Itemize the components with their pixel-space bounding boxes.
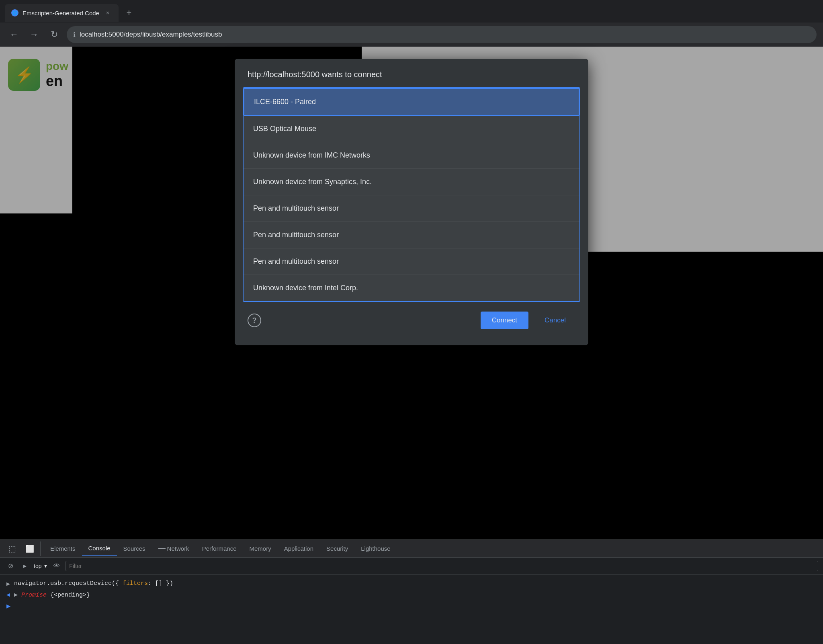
devtools-tab-bar: ⬚ ⬜ Elements Console Sources Network Per…: [0, 540, 823, 558]
help-icon[interactable]: ?: [248, 314, 261, 327]
device-item-label: Unknown device from Intel Corp.: [253, 284, 358, 292]
tab-console[interactable]: Console: [82, 541, 117, 556]
dialog-footer: ? Connect Cancel: [235, 302, 588, 329]
device-item-label: Pen and multitouch sensor: [253, 257, 339, 265]
back-button[interactable]: ←: [6, 27, 22, 42]
page-content: ⚡ pow en http://localhost:5000 wants to …: [0, 47, 823, 539]
filter-toggle-button[interactable]: ▸: [19, 560, 31, 572]
tab-favicon: 🌐: [11, 9, 18, 16]
tab-title: Emscripten-Generated Code: [23, 10, 99, 16]
device-list: ILCE-6600 - Paired USB Optical Mouse Unk…: [243, 87, 580, 302]
dialog-title: http://localhost:5000 wants to connect: [235, 59, 588, 87]
device-item[interactable]: Pen and multitouch sensor: [244, 248, 579, 275]
address-bar[interactable]: ℹ localhost:5000/deps/libusb/examples/te…: [67, 26, 817, 43]
tab-bar: 🌐 Emscripten-Generated Code × +: [0, 0, 823, 23]
device-item-label: Unknown device from IMC Networks: [253, 151, 370, 159]
device-item[interactable]: USB Optical Mouse: [244, 116, 579, 142]
chevron-down-icon: ▼: [43, 563, 48, 569]
inspect-element-button[interactable]: ⬚: [5, 541, 19, 556]
tab-sources[interactable]: Sources: [117, 542, 152, 555]
tab-performance[interactable]: Performance: [196, 542, 243, 555]
console-cursor-line[interactable]: ▶: [6, 600, 817, 612]
address-text: localhost:5000/deps/libusb/examples/test…: [80, 31, 222, 39]
eye-button[interactable]: 👁: [51, 560, 62, 572]
device-item[interactable]: Unknown device from IMC Networks: [244, 142, 579, 169]
device-item[interactable]: Pen and multitouch sensor: [244, 195, 579, 222]
device-item-label: Pen and multitouch sensor: [253, 204, 339, 212]
devtools-panel: ⬚ ⬜ Elements Console Sources Network Per…: [0, 539, 823, 644]
context-select[interactable]: top ▼: [34, 563, 48, 569]
tab-lighthouse[interactable]: Lighthouse: [354, 542, 397, 555]
device-item[interactable]: Unknown device from Synaptics, Inc.: [244, 169, 579, 195]
device-item-label: Pen and multitouch sensor: [253, 231, 339, 239]
device-item-label: USB Optical Mouse: [253, 125, 316, 133]
console-left-arrow: ◀: [6, 591, 10, 599]
dialog-overlay: http://localhost:5000 wants to connect I…: [0, 47, 823, 539]
device-toolbar-button[interactable]: ⬜: [23, 541, 37, 556]
address-info-icon: ℹ: [73, 31, 76, 39]
device-item-label: Unknown device from Synaptics, Inc.: [253, 178, 372, 186]
new-tab-button[interactable]: +: [122, 6, 136, 20]
forward-button[interactable]: →: [27, 27, 42, 42]
devtools-toolbar: ⊘ ▸ top ▼ 👁: [0, 558, 823, 574]
browser-tab[interactable]: 🌐 Emscripten-Generated Code ×: [5, 4, 119, 22]
nav-bar: ← → ↻ ℹ localhost:5000/deps/libusb/examp…: [0, 23, 823, 47]
tab-elements[interactable]: Elements: [44, 542, 82, 555]
dialog-actions: Connect Cancel: [481, 312, 575, 329]
device-item[interactable]: ILCE-6600 - Paired: [244, 88, 579, 116]
clear-console-button[interactable]: ⊘: [5, 560, 16, 572]
device-item[interactable]: Unknown device from Intel Corp.: [244, 275, 579, 301]
context-label: top: [34, 563, 41, 569]
tab-close-button[interactable]: ×: [103, 8, 112, 17]
devtools-console: ▶ navigator.usb.requestDevice({ filters:…: [0, 574, 823, 616]
console-input-line: ▶ navigator.usb.requestDevice({ filters:…: [6, 578, 817, 589]
console-cursor: ▶: [6, 602, 10, 610]
cancel-button[interactable]: Cancel: [535, 312, 575, 329]
device-item[interactable]: Pen and multitouch sensor: [244, 222, 579, 248]
tab-security[interactable]: Security: [320, 542, 354, 555]
console-output-line: ◀ ▶ Promise {<pending>}: [6, 589, 817, 600]
device-item-label: ILCE-6600 - Paired: [254, 98, 316, 106]
connect-button[interactable]: Connect: [481, 312, 528, 329]
tab-network[interactable]: Network: [152, 542, 196, 555]
console-right-arrow: ▶: [6, 580, 10, 588]
browser-chrome: 🌐 Emscripten-Generated Code × + ← → ↻ ℹ …: [0, 0, 823, 47]
tab-application[interactable]: Application: [278, 542, 320, 555]
usb-connect-dialog: http://localhost:5000 wants to connect I…: [235, 59, 588, 345]
console-input-code: navigator.usb.requestDevice({ filters: […: [14, 580, 173, 587]
devtools-left-toolbar: ⬚ ⬜: [5, 541, 41, 556]
console-output-value: ▶ Promise {<pending>}: [14, 591, 90, 599]
tab-memory[interactable]: Memory: [243, 542, 278, 555]
reload-button[interactable]: ↻: [47, 27, 62, 42]
filter-input[interactable]: [66, 561, 818, 571]
